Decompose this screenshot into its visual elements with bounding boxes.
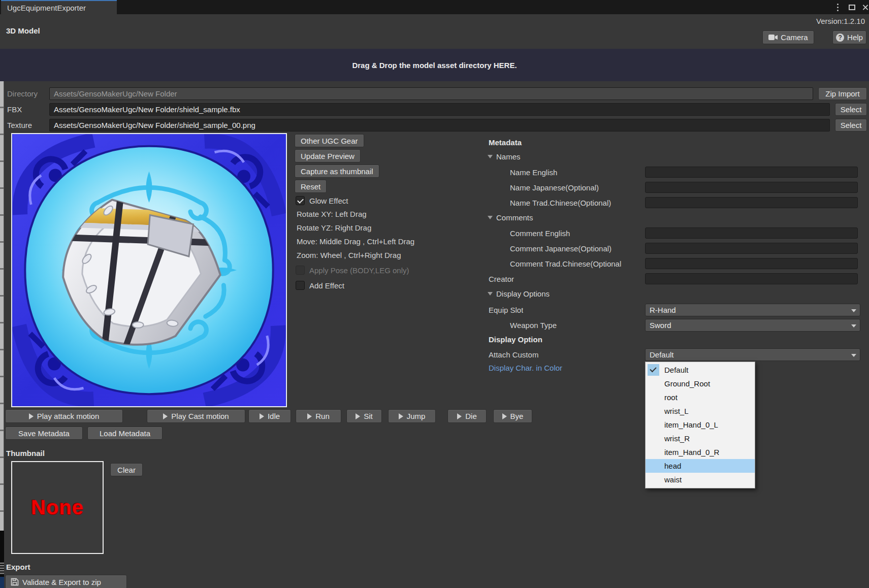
camera-button[interactable]: Camera xyxy=(762,30,814,44)
zip-import-button[interactable]: Zip Import xyxy=(818,87,867,100)
comment-japanese-input[interactable] xyxy=(645,243,858,254)
play-icon xyxy=(307,413,312,419)
dropdown-item-default[interactable]: Default xyxy=(646,363,755,377)
fbx-select-button[interactable]: Select xyxy=(835,103,867,116)
clear-thumbnail-button[interactable]: Clear xyxy=(110,463,143,476)
camera-icon xyxy=(768,34,778,41)
display-char-in-color-link[interactable]: Display Char. in Color xyxy=(489,364,562,372)
title-bar: UgcEquipmentExporter xyxy=(0,0,869,14)
texture-select-button[interactable]: Select xyxy=(835,119,867,132)
attach-custom-value: Default xyxy=(650,350,674,359)
close-button[interactable] xyxy=(859,3,869,12)
other-ugc-gear-button[interactable]: Other UGC Gear xyxy=(295,134,364,147)
add-effect-checkbox[interactable]: Add Effect xyxy=(296,281,344,290)
tab-ugc-equipment-exporter[interactable]: UgcEquipmentExporter xyxy=(1,0,117,14)
dropdown-item-item-hand-0-l[interactable]: item_Hand_0_L xyxy=(646,418,755,432)
capture-as-thumbnail-button[interactable]: Capture as thumbnail xyxy=(295,165,379,178)
dropdown-item-label: Ground_Root xyxy=(664,379,710,388)
equip-slot-value: R-Hand xyxy=(650,306,676,314)
dropdown-item-root[interactable]: root xyxy=(646,390,755,404)
close-icon xyxy=(862,4,868,11)
reset-label: Reset xyxy=(301,182,320,191)
model-preview-viewport[interactable] xyxy=(11,133,287,407)
checkbox-unchecked-icon xyxy=(296,281,305,290)
weapon-type-value: Sword xyxy=(650,321,671,330)
dropdown-item-waist[interactable]: waist xyxy=(646,473,755,486)
validate-export-label: Validate & Export to zip xyxy=(22,578,101,586)
comments-foldout-label: Comments xyxy=(496,213,533,222)
window-menu-button[interactable] xyxy=(832,3,843,12)
checkbox-checked-icon xyxy=(296,196,305,205)
play-attack-motion-label: Play attack motion xyxy=(37,412,100,420)
dropdown-item-wrist-l[interactable]: wrist_L xyxy=(646,404,755,418)
dropdown-item-label: root xyxy=(664,393,678,402)
fbx-label: FBX xyxy=(7,105,48,114)
dropdown-item-head[interactable]: head xyxy=(646,459,755,473)
attach-custom-dropdown[interactable]: Default xyxy=(645,348,860,361)
maximize-button[interactable] xyxy=(846,3,857,12)
jump-button[interactable]: Jump xyxy=(388,409,436,423)
bye-button[interactable]: Bye xyxy=(493,409,532,423)
fbx-input[interactable]: Assets/GensoMakerUgc/New Folder/shield_s… xyxy=(49,103,830,116)
hint-rotate-xy: Rotate XY: Left Drag xyxy=(297,210,367,218)
help-button-label: Help xyxy=(847,33,863,42)
sit-button[interactable]: Sit xyxy=(346,409,382,423)
sit-label: Sit xyxy=(364,412,373,420)
other-ugc-gear-label: Other UGC Gear xyxy=(301,137,358,145)
idle-button[interactable]: Idle xyxy=(248,409,291,423)
drag-drop-banner[interactable]: Drag & Drop the model asset directory HE… xyxy=(0,49,869,81)
check-icon xyxy=(648,364,659,376)
load-metadata-button[interactable]: Load Metadata xyxy=(87,427,163,440)
display-options-foldout[interactable]: Display Options xyxy=(488,289,550,298)
export-heading: Export xyxy=(6,563,30,571)
load-metadata-label: Load Metadata xyxy=(100,429,150,438)
name-trad-chinese-label: Name Trad.Chinese(Optional) xyxy=(510,199,611,207)
dropdown-item-ground-root[interactable]: Ground_Root xyxy=(646,377,755,390)
play-cast-motion-button[interactable]: Play Cast motion xyxy=(147,409,245,423)
creator-input[interactable] xyxy=(645,273,858,284)
texture-input[interactable]: Assets/GensoMakerUgc/New Folder/shield_s… xyxy=(49,119,830,132)
directory-value: Assets/GensoMakerUgc/New Folder xyxy=(54,89,177,98)
dropdown-item-wrist-r[interactable]: wrist_R xyxy=(646,432,755,445)
comments-foldout[interactable]: Comments xyxy=(488,213,533,222)
name-japanese-label: Name Japanese(Optional) xyxy=(510,183,599,192)
comment-english-input[interactable] xyxy=(645,227,858,239)
die-button[interactable]: Die xyxy=(447,409,487,423)
idle-label: Idle xyxy=(268,412,280,420)
play-icon xyxy=(163,413,168,419)
comment-english-label: Comment English xyxy=(510,229,570,238)
names-foldout[interactable]: Names xyxy=(488,152,521,161)
weapon-type-label: Weapon Type xyxy=(510,321,557,330)
play-attack-motion-button[interactable]: Play attack motion xyxy=(5,409,123,423)
background-ruler-strip xyxy=(0,81,4,531)
shield-preview-art xyxy=(12,134,286,406)
glow-effect-label: Glow Effect xyxy=(309,197,348,205)
foldout-arrow-icon xyxy=(488,216,493,219)
fbx-select-label: Select xyxy=(841,105,862,114)
hint-move: Move: Middle Drag , Ctrl+Left Drag xyxy=(297,237,414,246)
background-stripe-fragment xyxy=(0,563,4,575)
validate-export-button[interactable]: Validate & Export to zip xyxy=(5,575,127,588)
display-option-heading: Display Option xyxy=(489,335,542,344)
run-label: Run xyxy=(315,412,330,420)
floppy-disk-icon xyxy=(11,578,19,586)
help-button[interactable]: ? Help xyxy=(832,30,866,44)
reset-button[interactable]: Reset xyxy=(295,180,327,193)
run-button[interactable]: Run xyxy=(296,409,341,423)
comment-trad-chinese-label: Comment Trad.Chinese(Optional xyxy=(510,259,621,268)
dropdown-item-item-hand-0-r[interactable]: item_Hand_0_R xyxy=(646,445,755,459)
metadata-heading: Metadata xyxy=(489,138,522,147)
save-metadata-button[interactable]: Save Metadata xyxy=(5,427,83,440)
name-trad-chinese-input[interactable] xyxy=(645,197,858,208)
directory-input[interactable]: Assets/GensoMakerUgc/New Folder xyxy=(49,87,813,100)
attach-custom-label: Attach Custom xyxy=(489,350,538,359)
save-metadata-label: Save Metadata xyxy=(18,429,70,438)
comment-trad-chinese-input[interactable] xyxy=(645,258,858,269)
name-english-input[interactable] xyxy=(645,167,858,178)
name-japanese-input[interactable] xyxy=(645,182,858,193)
update-preview-button[interactable]: Update Preview xyxy=(295,149,361,162)
weapon-type-dropdown[interactable]: Sword xyxy=(645,319,860,332)
glow-effect-checkbox[interactable]: Glow Effect xyxy=(296,196,348,205)
jump-label: Jump xyxy=(407,412,426,420)
equip-slot-dropdown[interactable]: R-Hand xyxy=(645,304,860,316)
